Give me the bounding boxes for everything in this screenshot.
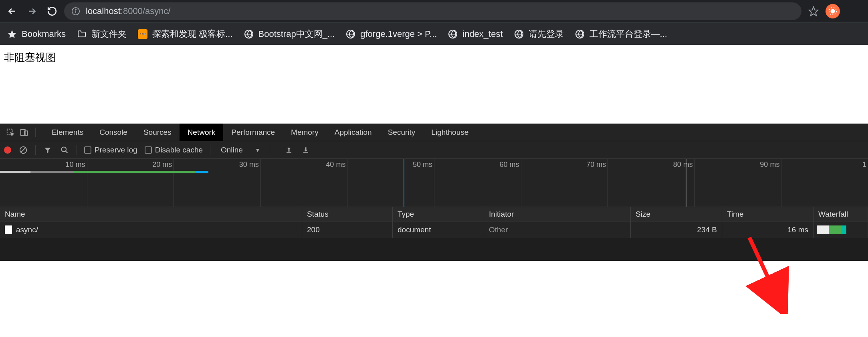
bookmark-item[interactable]: index_test bbox=[448, 29, 503, 39]
throttling-select[interactable]: Online ▼ bbox=[218, 146, 264, 154]
bookmark-star-icon[interactable] bbox=[805, 6, 822, 16]
tab-network[interactable]: Network bbox=[180, 124, 224, 141]
page-heading: 非阻塞视图 bbox=[4, 51, 864, 65]
tab-lighthouse[interactable]: Lighthouse bbox=[423, 124, 476, 141]
disable-cache-checkbox[interactable]: Disable cache bbox=[145, 146, 203, 154]
col-size[interactable]: Size bbox=[631, 207, 722, 221]
request-name: async/ bbox=[16, 225, 38, 234]
tab-application[interactable]: Application bbox=[327, 124, 380, 141]
tick-label: 50 ms bbox=[413, 160, 434, 169]
svg-marker-6 bbox=[8, 30, 16, 38]
page-content: 非阻塞视图 bbox=[0, 45, 868, 124]
bookmark-label: 请先登录 bbox=[529, 28, 564, 40]
tab-performance[interactable]: Performance bbox=[223, 124, 283, 141]
request-status: 200 bbox=[307, 225, 320, 234]
bookmarks-menu[interactable]: Bookmarks bbox=[7, 29, 66, 39]
bookmark-item[interactable]: 新文件夹 bbox=[77, 28, 127, 40]
clear-icon[interactable] bbox=[18, 145, 28, 155]
folder-icon bbox=[77, 29, 87, 39]
empty-row-area bbox=[0, 238, 868, 261]
tick-label: 80 ms bbox=[673, 160, 694, 169]
tab-security[interactable]: Security bbox=[380, 124, 424, 141]
bookmark-item[interactable]: 工作流平台登录—... bbox=[575, 28, 667, 40]
tab-elements[interactable]: Elements bbox=[44, 124, 91, 141]
inspect-element-icon[interactable] bbox=[6, 128, 15, 137]
device-toggle-icon[interactable] bbox=[19, 128, 29, 137]
request-type: document bbox=[398, 225, 431, 234]
globe-icon bbox=[514, 29, 524, 39]
site-favicon: 👓 bbox=[138, 29, 147, 39]
globe-icon bbox=[346, 29, 355, 39]
profile-avatar[interactable] bbox=[826, 4, 840, 18]
svg-marker-3 bbox=[809, 7, 818, 16]
bookmark-label: 新文件夹 bbox=[91, 28, 127, 40]
col-initiator[interactable]: Initiator bbox=[484, 207, 631, 221]
svg-line-11 bbox=[21, 148, 26, 152]
url-path: /async/ bbox=[143, 6, 171, 16]
load-marker bbox=[686, 159, 686, 207]
omnibox[interactable]: localhost:8000/async/ bbox=[64, 2, 801, 20]
overview-bar bbox=[0, 171, 30, 173]
bookmark-label: 探索和发现 极客标... bbox=[152, 28, 232, 40]
request-time: 16 ms bbox=[787, 225, 808, 234]
globe-icon bbox=[575, 29, 585, 39]
filter-icon[interactable] bbox=[43, 145, 52, 155]
address-bar-row: localhost:8000/async/ bbox=[0, 0, 868, 22]
globe-icon bbox=[448, 29, 458, 39]
bookmark-label: Bootstrap中文网_... bbox=[258, 28, 335, 40]
site-info-icon[interactable] bbox=[71, 7, 80, 16]
bookmark-label: 工作流平台登录—... bbox=[589, 28, 667, 40]
network-timeline[interactable]: 10 ms 20 ms 30 ms 40 ms 50 ms 60 ms 70 m… bbox=[0, 159, 868, 207]
waterfall-cell bbox=[813, 221, 868, 238]
svg-rect-15 bbox=[303, 152, 308, 153]
tick-label: 70 ms bbox=[586, 160, 608, 169]
upload-har-icon[interactable] bbox=[284, 145, 294, 155]
url-host: localhost bbox=[86, 6, 121, 16]
divider bbox=[271, 145, 271, 155]
forward-button[interactable] bbox=[24, 3, 40, 19]
preserve-log-checkbox[interactable]: Preserve log bbox=[84, 146, 137, 154]
col-waterfall[interactable]: Waterfall bbox=[813, 207, 868, 221]
tick-label: 1 bbox=[862, 160, 868, 169]
bookmark-item[interactable]: 👓 探索和发现 极客标... bbox=[138, 28, 232, 40]
svg-point-2 bbox=[75, 9, 76, 10]
network-row[interactable]: async/ 200 document Other 234 B 16 ms bbox=[0, 221, 868, 238]
tick-label: 20 ms bbox=[152, 160, 174, 169]
col-time[interactable]: Time bbox=[722, 207, 813, 221]
col-name[interactable]: Name bbox=[0, 207, 302, 221]
bookmark-item[interactable]: Bootstrap中文网_... bbox=[244, 28, 335, 40]
search-icon[interactable] bbox=[60, 145, 69, 155]
url-port: :8000 bbox=[121, 6, 143, 16]
overview-bar bbox=[195, 171, 208, 173]
col-type[interactable]: Type bbox=[393, 207, 484, 221]
browser-chrome: localhost:8000/async/ Bookmarks 新文件夹 👓 探… bbox=[0, 0, 868, 45]
overview-bar bbox=[30, 171, 74, 173]
tab-memory[interactable]: Memory bbox=[283, 124, 327, 141]
bookmark-item[interactable]: 请先登录 bbox=[514, 28, 564, 40]
bookmark-label: gforge.1verge > P... bbox=[360, 29, 437, 39]
network-toolbar: Preserve log Disable cache Online ▼ bbox=[0, 141, 868, 159]
reload-button[interactable] bbox=[44, 3, 60, 19]
divider bbox=[35, 145, 36, 155]
bookmarks-label: Bookmarks bbox=[22, 29, 66, 39]
svg-rect-14 bbox=[287, 152, 291, 153]
tick-label: 10 ms bbox=[66, 160, 87, 169]
record-button[interactable] bbox=[4, 146, 11, 154]
tab-console[interactable]: Console bbox=[91, 124, 135, 141]
bookmark-item[interactable]: gforge.1verge > P... bbox=[346, 29, 437, 39]
col-status[interactable]: Status bbox=[302, 207, 393, 221]
document-icon bbox=[5, 225, 12, 234]
tick-label: 90 ms bbox=[760, 160, 781, 169]
bookmarks-bar: Bookmarks 新文件夹 👓 探索和发现 极客标... Bootstrap中… bbox=[0, 22, 868, 45]
star-filled-icon bbox=[7, 29, 17, 39]
back-button[interactable] bbox=[4, 3, 20, 19]
devtools-tab-bar: Elements Console Sources Network Perform… bbox=[0, 124, 868, 141]
overview-bar bbox=[74, 171, 195, 173]
divider bbox=[210, 145, 210, 155]
request-size: 234 B bbox=[697, 225, 717, 234]
divider bbox=[35, 128, 36, 137]
url-text: localhost:8000/async/ bbox=[86, 6, 171, 16]
globe-icon bbox=[244, 29, 254, 39]
tab-sources[interactable]: Sources bbox=[135, 124, 180, 141]
download-har-icon[interactable] bbox=[301, 145, 311, 155]
